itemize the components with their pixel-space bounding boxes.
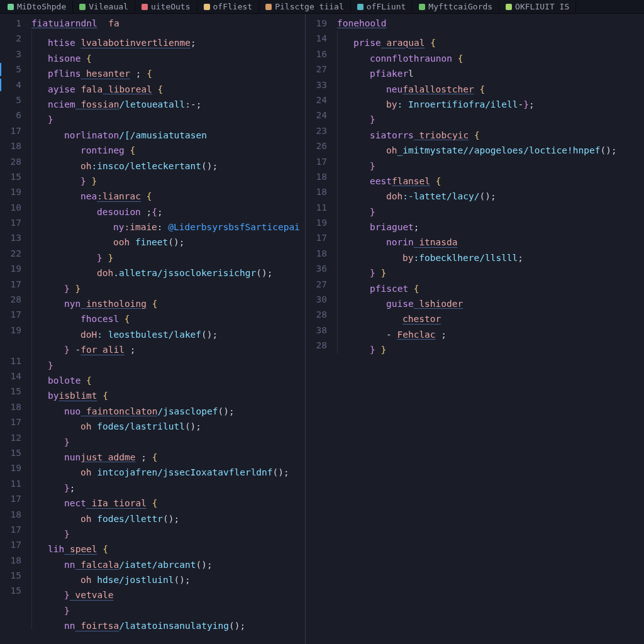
- code-token: by: [402, 253, 413, 263]
- code-line[interactable]: nea:lianrac {: [31, 184, 305, 199]
- code-line[interactable]: htise lvalabotinvertlienme;: [31, 31, 305, 46]
- code-token: fineet: [130, 238, 168, 248]
- code-line[interactable]: hisone {: [31, 47, 305, 62]
- code-line[interactable]: guise lshioder: [337, 292, 644, 307]
- code-line[interactable]: connflothraunon {: [337, 47, 644, 62]
- code-line[interactable]: };: [31, 476, 305, 491]
- code-line[interactable]: briaguet;: [337, 215, 644, 230]
- code-line[interactable]: }: [31, 430, 305, 445]
- tab-4[interactable]: Pilsctge tiial: [259, 1, 351, 13]
- tab-5[interactable]: ofFLiunt: [351, 1, 413, 13]
- code-line[interactable]: ayise fala liboreal {: [31, 77, 305, 92]
- gutter-right: 1914162733242423261718181119171836273028…: [306, 14, 333, 644]
- code-line[interactable]: pflins hesanter ; {: [31, 62, 305, 77]
- tab-1[interactable]: Vileaual: [73, 1, 135, 13]
- code-token: intcojafren/jssecIoxatavflerldnf: [91, 468, 272, 478]
- code-line[interactable]: oh intcojafren/jssecIoxatavflerldnf();: [31, 460, 305, 475]
- code-line[interactable]: pfiakerl: [337, 62, 644, 77]
- code-line[interactable]: lih speel {: [31, 537, 305, 552]
- indent-guide: [31, 77, 48, 92]
- code-line[interactable]: nunjust addme ; {: [31, 445, 305, 460]
- line-number: 18: [0, 138, 21, 153]
- code-line[interactable]: chestor: [337, 307, 644, 322]
- code-line[interactable]: }: [31, 599, 305, 614]
- code-line[interactable]: } -for alil ;: [31, 338, 305, 353]
- indent-guide: [31, 399, 64, 414]
- code-line[interactable]: ooh fineet();: [31, 230, 305, 245]
- code-line[interactable]: fonehoold: [337, 16, 644, 31]
- line-number: 18: [0, 399, 21, 414]
- code-line[interactable]: nect iIa tioral {: [31, 491, 305, 506]
- code-line[interactable]: norlinaton/[/amusiatutasen: [31, 123, 305, 138]
- line-number: 17: [0, 123, 21, 138]
- code-line[interactable]: } }: [31, 169, 305, 184]
- code-line[interactable]: }: [31, 522, 305, 537]
- line-number: 19: [0, 460, 21, 475]
- code-line[interactable]: }: [337, 108, 644, 123]
- code-line[interactable]: - Fehclac ;: [337, 323, 644, 338]
- code-line[interactable]: doh.alletra/jssoclokerisichgr();: [31, 261, 305, 276]
- code-line[interactable]: } }: [31, 246, 305, 261]
- line-number: 28: [0, 292, 21, 307]
- code-line[interactable]: nyn instholoing {: [31, 292, 305, 307]
- code-line[interactable]: nn falcala/iatet/abrcant();: [31, 553, 305, 568]
- code-line[interactable]: siatorrs triobcyic {: [337, 123, 644, 138]
- code-line[interactable]: nuo faintonclaton/jsasclopef();: [31, 399, 305, 414]
- tab-2[interactable]: uiteOuts: [135, 1, 197, 13]
- line-number: 4: [0, 77, 21, 92]
- code-line[interactable]: } }: [337, 338, 644, 353]
- code-line[interactable]: } }: [337, 261, 644, 276]
- code-line[interactable]: } }: [31, 277, 305, 292]
- code-line[interactable]: fiatuiarndnl fa: [31, 16, 305, 31]
- code-line[interactable]: desouion ;{;: [31, 200, 305, 215]
- code-token: {: [147, 299, 157, 309]
- code-line[interactable]: by:fobecklhere/llslll;: [337, 246, 644, 261]
- tab-7[interactable]: OKFLIUIT IS: [499, 1, 576, 13]
- indent-guide: [31, 92, 48, 108]
- tab-0[interactable]: MiDtoShpde: [1, 1, 73, 13]
- code-line[interactable]: doH: leostbulest/lakef();: [31, 323, 305, 338]
- line-number: 15: [0, 169, 21, 184]
- editor-pane-right[interactable]: 1914162733242423261718181119171836273028…: [306, 14, 644, 644]
- tab-6[interactable]: MyfttcaiGords: [413, 1, 499, 13]
- code-line[interactable]: eestflansel {: [337, 169, 644, 184]
- code-left[interactable]: fiatuiarndnl fahtise lvalabotinvertlienm…: [28, 14, 305, 644]
- code-line[interactable]: }: [31, 353, 305, 369]
- code-line[interactable]: oh_imitmystate//apogeloes/loctice!hnpef(…: [337, 138, 644, 153]
- code-line[interactable]: ny:imaie: @LiderbsyrsbsfSarticepai: [31, 215, 305, 230]
- code-line[interactable]: }: [31, 108, 305, 123]
- line-number: [0, 338, 21, 353]
- indent-guide: [31, 614, 64, 629]
- code-line[interactable]: bolote {: [31, 369, 305, 384]
- code-line[interactable]: oh:insco/letleckertant();: [31, 154, 305, 169]
- code-line[interactable]: oh hdse/jostluinl();: [31, 568, 305, 583]
- code-line[interactable]: neufalallostcher {: [337, 77, 644, 92]
- code-token: oh: [80, 468, 91, 478]
- code-line[interactable]: norin itnasda: [337, 230, 644, 245]
- code-line[interactable]: byisblimt {: [31, 384, 305, 399]
- code-token: }: [375, 345, 386, 355]
- indent-guide: [31, 338, 64, 353]
- code-line[interactable]: oh fodes/lastrilutl();: [31, 414, 305, 430]
- code-line[interactable]: doh:-lattet/lacy/();: [337, 184, 644, 199]
- code-line[interactable]: by: Inroertifiofra/ilell-};: [337, 92, 644, 108]
- code-line[interactable]: oh fodes/llettr();: [31, 507, 305, 522]
- line-number: 15: [0, 583, 21, 598]
- code-line[interactable]: }: [337, 200, 644, 215]
- line-number: [0, 599, 21, 614]
- code-line[interactable]: nn foirtsa/latatoinsanulatying();: [31, 614, 305, 629]
- tab-label: ofFliest: [213, 2, 253, 11]
- code-line[interactable]: nciem fossian/letoueatall:-;: [31, 92, 305, 108]
- code-token: ();: [479, 192, 496, 202]
- line-number: 14: [306, 31, 327, 46]
- code-line[interactable]: fhocesl {: [31, 307, 305, 322]
- editor-pane-left[interactable]: 1235456171828151910171322191728171911141…: [0, 14, 306, 644]
- code-line[interactable]: rontineg {: [31, 138, 305, 153]
- code-line[interactable]: } vetvale: [31, 583, 305, 598]
- code-line[interactable]: prise araqual {: [337, 31, 644, 46]
- code-line[interactable]: }: [337, 154, 644, 169]
- code-line[interactable]: pfiscet {: [337, 277, 644, 292]
- code-right[interactable]: fonehooldprise araqual {connflothraunon …: [333, 14, 644, 644]
- tab-3[interactable]: ofFliest: [197, 1, 260, 13]
- indent-guide: [31, 261, 97, 276]
